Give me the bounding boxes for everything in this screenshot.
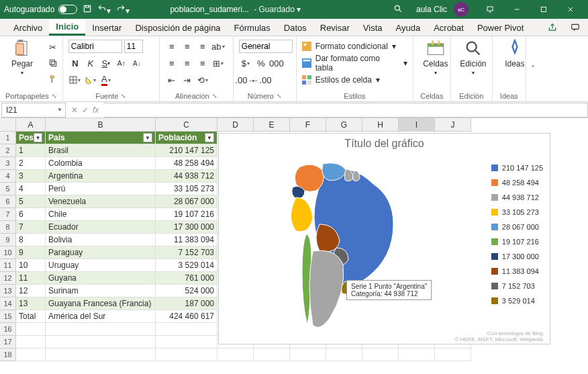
cell[interactable] [46,348,156,361]
decrease-indent-icon[interactable]: ⇤ [165,73,179,87]
user-name[interactable]: aula Clic [416,5,447,14]
col-header-I[interactable]: I [399,118,435,132]
col-header-B[interactable]: B [46,118,156,132]
table-cell[interactable]: 5 [16,195,46,208]
chart-map[interactable] [259,157,434,338]
cut-icon[interactable]: ✂ [46,40,60,54]
col-header-F[interactable]: F [290,118,326,132]
table-cell[interactable]: Bolivia [46,234,156,246]
legend-item[interactable]: 28 067 000 [491,220,543,234]
number-format-select[interactable] [239,40,293,53]
row-header[interactable]: 5 [0,183,16,195]
toggle-switch[interactable] [58,5,77,14]
table-cell[interactable]: Guyana [46,272,156,285]
table-cell[interactable]: Guayana Francesa (Francia) [46,297,156,310]
map-chart[interactable]: Título del gráfico [218,133,550,344]
table-cell[interactable]: 3 [16,170,46,183]
table-cell[interactable]: 7 [16,221,46,234]
minimize-icon[interactable] [503,0,530,19]
align-bottom-icon[interactable]: ≡ [196,40,209,53]
table-header-pos[interactable]: Pos▼ [16,132,46,144]
row-header[interactable]: 8 [0,221,16,234]
row-header[interactable]: 11 [0,259,16,272]
row-header[interactable]: 14 [0,297,16,310]
cells-button[interactable]: Celdas▾ [419,39,452,76]
row-header[interactable]: 7 [0,208,16,221]
tab-power-pivot[interactable]: Power Pivot [471,20,530,36]
increase-font-icon[interactable]: A↑ [115,56,128,70]
dialog-launcher-icon[interactable]: ⤡ [121,93,126,99]
table-cell[interactable]: 12 [16,285,46,297]
row-header[interactable]: 6 [0,195,16,208]
select-all-corner[interactable] [0,118,16,132]
legend-item[interactable]: 33 105 273 [491,205,543,220]
maximize-icon[interactable] [530,0,557,19]
fx-icon[interactable]: fx [93,105,99,115]
table-cell[interactable]: 7 152 703 [156,246,217,259]
align-right-icon[interactable]: ≡ [196,56,209,70]
col-header-E[interactable]: E [254,118,290,132]
ideas-button[interactable]: Ideas [498,39,532,68]
col-header-G[interactable]: G [326,118,362,132]
align-top-icon[interactable]: ≡ [165,40,179,53]
cell[interactable] [16,336,46,348]
format-as-table-button[interactable]: Dar formato como tabla▾ [302,56,407,71]
legend-item[interactable]: 210 147 125 [491,160,543,175]
increase-indent-icon[interactable]: ⇥ [181,73,194,87]
row-header[interactable]: 16 [0,323,16,336]
decrease-decimal-icon[interactable]: ←.00 [254,73,268,87]
table-cell[interactable]: Venezuela [46,195,156,208]
fill-color-icon[interactable] [84,73,97,87]
table-cell[interactable]: 33 105 273 [156,183,217,195]
table-cell[interactable]: Total [16,310,46,323]
table-cell[interactable]: 210 147 125 [156,144,217,157]
cell[interactable] [326,348,362,361]
col-header-D[interactable]: D [217,118,254,132]
table-cell[interactable]: 4 [16,183,46,195]
copy-icon[interactable] [46,56,60,70]
comma-icon[interactable]: 000 [270,56,283,70]
table-cell[interactable]: Chile [46,208,156,221]
search-icon[interactable] [393,4,403,15]
paste-button[interactable]: Pegar ▾ [5,39,39,76]
align-middle-icon[interactable]: ≡ [181,40,194,53]
merge-icon[interactable]: ⊞ [211,56,225,70]
tab-inicio[interactable]: Inicio [49,19,85,36]
row-header[interactable]: 12 [0,272,16,285]
legend-item[interactable]: 3 529 014 [491,293,543,308]
legend-item[interactable]: 48 258 494 [491,175,543,190]
cell[interactable] [254,348,290,361]
tab-fórmulas[interactable]: Fórmulas [228,20,277,36]
font-name-input[interactable] [68,40,122,53]
ribbon-options-icon[interactable] [477,0,503,19]
cell[interactable] [435,348,471,361]
table-cell[interactable]: Brasil [46,144,156,157]
cell[interactable] [156,323,217,336]
table-cell[interactable]: Colombia [46,157,156,170]
row-header[interactable]: 15 [0,310,16,323]
cell[interactable] [46,323,156,336]
table-cell[interactable]: Surinam [46,285,156,297]
col-header-J[interactable]: J [435,118,471,132]
document-name[interactable]: poblacion_sudameri... - Guardado ▾ [170,5,301,14]
save-icon[interactable] [83,4,92,15]
cancel-formula-icon[interactable]: ✕ [71,105,78,115]
format-painter-icon[interactable] [46,73,60,86]
row-header[interactable]: 13 [0,285,16,297]
cell[interactable] [16,348,46,361]
undo-icon[interactable]: ▾ [97,4,111,15]
dialog-launcher-icon[interactable]: ⤡ [212,93,217,99]
row-header[interactable]: 10 [0,246,16,259]
enter-formula-icon[interactable]: ✓ [82,105,89,115]
tab-acrobat[interactable]: Acrobat [427,20,471,36]
cell[interactable] [16,323,46,336]
cell-styles-button[interactable]: Estilos de celda▾ [302,73,407,87]
tab-revisar[interactable]: Revisar [313,20,356,36]
font-size-input[interactable] [124,40,143,53]
tab-insertar[interactable]: Insertar [85,20,128,36]
align-center-icon[interactable]: ≡ [181,56,194,70]
row-header[interactable]: 2 [0,144,16,157]
redo-icon[interactable]: ▾ [116,4,130,15]
table-cell[interactable]: 524 000 [156,285,217,297]
conditional-formatting-button[interactable]: Formato condicional▾ [302,39,407,54]
